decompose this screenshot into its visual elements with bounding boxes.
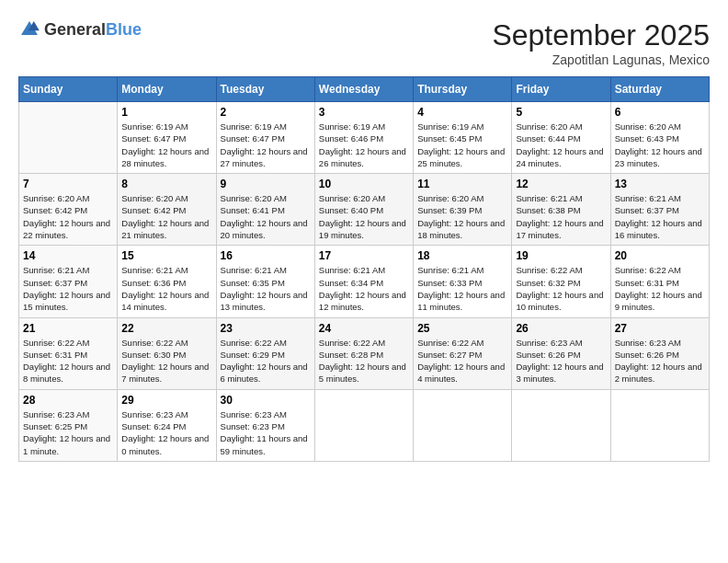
calendar-cell: 13Sunrise: 6:21 AM Sunset: 6:37 PM Dayli…: [610, 174, 709, 246]
calendar-cell: 16Sunrise: 6:21 AM Sunset: 6:35 PM Dayli…: [216, 246, 314, 317]
day-info: Sunrise: 6:21 AM Sunset: 6:38 PM Dayligh…: [516, 192, 606, 241]
day-number: 26: [516, 322, 606, 335]
page-header: GeneralBlue September 2025 Zapotitlan La…: [18, 18, 710, 67]
calendar-cell: 10Sunrise: 6:20 AM Sunset: 6:40 PM Dayli…: [314, 174, 413, 246]
day-number: 27: [615, 322, 705, 335]
day-number: 21: [23, 322, 113, 335]
day-number: 4: [417, 106, 507, 119]
day-number: 25: [417, 322, 507, 335]
day-info: Sunrise: 6:19 AM Sunset: 6:46 PM Dayligh…: [319, 121, 409, 169]
day-number: 5: [516, 106, 606, 119]
col-header-friday: Friday: [512, 77, 610, 102]
day-info: Sunrise: 6:22 AM Sunset: 6:28 PM Dayligh…: [319, 337, 409, 385]
col-header-wednesday: Wednesday: [314, 77, 413, 102]
calendar-cell: 23Sunrise: 6:22 AM Sunset: 6:29 PM Dayli…: [216, 317, 314, 389]
calendar-cell: [414, 389, 512, 461]
day-number: 9: [221, 178, 311, 190]
day-info: Sunrise: 6:23 AM Sunset: 6:26 PM Dayligh…: [516, 337, 606, 385]
calendar-cell: 14Sunrise: 6:21 AM Sunset: 6:37 PM Dayli…: [19, 246, 118, 317]
day-number: 10: [319, 178, 409, 190]
calendar-cell: 22Sunrise: 6:22 AM Sunset: 6:30 PM Dayli…: [118, 317, 216, 389]
day-info: Sunrise: 6:20 AM Sunset: 6:41 PM Dayligh…: [221, 192, 311, 241]
day-number: 18: [417, 249, 507, 262]
day-number: 3: [319, 106, 409, 119]
day-number: 12: [516, 178, 606, 190]
logo-icon: [18, 18, 40, 40]
calendar-cell: 18Sunrise: 6:21 AM Sunset: 6:33 PM Dayli…: [414, 246, 512, 317]
calendar-cell: 8Sunrise: 6:20 AM Sunset: 6:42 PM Daylig…: [118, 174, 216, 246]
calendar-cell: 24Sunrise: 6:22 AM Sunset: 6:28 PM Dayli…: [314, 317, 413, 389]
day-info: Sunrise: 6:19 AM Sunset: 6:47 PM Dayligh…: [221, 121, 311, 169]
day-info: Sunrise: 6:22 AM Sunset: 6:32 PM Dayligh…: [516, 264, 606, 313]
logo: GeneralBlue: [18, 18, 142, 40]
calendar-cell: 26Sunrise: 6:23 AM Sunset: 6:26 PM Dayli…: [512, 317, 610, 389]
day-number: 1: [121, 106, 211, 119]
day-number: 2: [221, 106, 311, 119]
calendar-cell: 6Sunrise: 6:20 AM Sunset: 6:43 PM Daylig…: [610, 102, 709, 174]
day-number: 30: [221, 394, 311, 407]
day-number: 11: [417, 178, 507, 190]
day-number: 20: [615, 249, 705, 262]
month-title: September 2025: [492, 18, 710, 52]
calendar-cell: 30Sunrise: 6:23 AM Sunset: 6:23 PM Dayli…: [216, 389, 314, 461]
col-header-saturday: Saturday: [610, 77, 709, 102]
day-info: Sunrise: 6:20 AM Sunset: 6:44 PM Dayligh…: [516, 121, 606, 169]
day-info: Sunrise: 6:22 AM Sunset: 6:31 PM Dayligh…: [615, 264, 705, 313]
day-number: 6: [615, 106, 705, 119]
day-number: 19: [516, 249, 606, 262]
day-number: 22: [121, 322, 211, 335]
calendar-cell: [610, 389, 709, 461]
day-info: Sunrise: 6:23 AM Sunset: 6:25 PM Dayligh…: [23, 408, 113, 457]
day-info: Sunrise: 6:21 AM Sunset: 6:34 PM Dayligh…: [319, 264, 409, 313]
day-info: Sunrise: 6:20 AM Sunset: 6:40 PM Dayligh…: [319, 192, 409, 241]
calendar-cell: 21Sunrise: 6:22 AM Sunset: 6:31 PM Dayli…: [19, 317, 118, 389]
day-info: Sunrise: 6:23 AM Sunset: 6:23 PM Dayligh…: [221, 408, 311, 457]
logo-text-general: General: [44, 20, 106, 39]
calendar-cell: 7Sunrise: 6:20 AM Sunset: 6:42 PM Daylig…: [19, 174, 118, 246]
day-info: Sunrise: 6:20 AM Sunset: 6:42 PM Dayligh…: [23, 192, 113, 241]
day-info: Sunrise: 6:21 AM Sunset: 6:37 PM Dayligh…: [615, 192, 705, 241]
calendar-cell: 17Sunrise: 6:21 AM Sunset: 6:34 PM Dayli…: [314, 246, 413, 317]
calendar-cell: 1Sunrise: 6:19 AM Sunset: 6:47 PM Daylig…: [118, 102, 216, 174]
col-header-monday: Monday: [118, 77, 216, 102]
col-header-tuesday: Tuesday: [216, 77, 314, 102]
day-number: 14: [23, 249, 113, 262]
calendar-cell: 9Sunrise: 6:20 AM Sunset: 6:41 PM Daylig…: [216, 174, 314, 246]
day-info: Sunrise: 6:20 AM Sunset: 6:42 PM Dayligh…: [121, 192, 211, 241]
day-number: 23: [221, 322, 311, 335]
day-info: Sunrise: 6:21 AM Sunset: 6:35 PM Dayligh…: [221, 264, 311, 313]
day-info: Sunrise: 6:23 AM Sunset: 6:26 PM Dayligh…: [615, 337, 705, 385]
calendar-cell: 25Sunrise: 6:22 AM Sunset: 6:27 PM Dayli…: [414, 317, 512, 389]
calendar-cell: 2Sunrise: 6:19 AM Sunset: 6:47 PM Daylig…: [216, 102, 314, 174]
col-header-thursday: Thursday: [414, 77, 512, 102]
day-number: 29: [121, 394, 211, 407]
day-number: 7: [23, 178, 113, 190]
calendar-cell: 28Sunrise: 6:23 AM Sunset: 6:25 PM Dayli…: [19, 389, 118, 461]
calendar-cell: 12Sunrise: 6:21 AM Sunset: 6:38 PM Dayli…: [512, 174, 610, 246]
location-title: Zapotitlan Lagunas, Mexico: [492, 52, 710, 67]
logo-text-blue: Blue: [106, 20, 142, 39]
title-block: September 2025 Zapotitlan Lagunas, Mexic…: [492, 18, 710, 67]
calendar-cell: 15Sunrise: 6:21 AM Sunset: 6:36 PM Dayli…: [118, 246, 216, 317]
day-number: 15: [121, 249, 211, 262]
day-number: 13: [615, 178, 705, 190]
day-info: Sunrise: 6:20 AM Sunset: 6:39 PM Dayligh…: [417, 192, 507, 241]
day-info: Sunrise: 6:21 AM Sunset: 6:33 PM Dayligh…: [417, 264, 507, 313]
calendar-table: SundayMondayTuesdayWednesdayThursdayFrid…: [18, 76, 710, 462]
day-number: 16: [221, 249, 311, 262]
day-info: Sunrise: 6:22 AM Sunset: 6:29 PM Dayligh…: [221, 337, 311, 385]
calendar-cell: [19, 102, 118, 174]
day-number: 8: [121, 178, 211, 190]
col-header-sunday: Sunday: [19, 77, 118, 102]
calendar-cell: [314, 389, 413, 461]
calendar-cell: 20Sunrise: 6:22 AM Sunset: 6:31 PM Dayli…: [610, 246, 709, 317]
day-number: 17: [319, 249, 409, 262]
calendar-cell: [512, 389, 610, 461]
calendar-cell: 19Sunrise: 6:22 AM Sunset: 6:32 PM Dayli…: [512, 246, 610, 317]
day-info: Sunrise: 6:21 AM Sunset: 6:36 PM Dayligh…: [121, 264, 211, 313]
calendar-cell: 11Sunrise: 6:20 AM Sunset: 6:39 PM Dayli…: [414, 174, 512, 246]
calendar-cell: 5Sunrise: 6:20 AM Sunset: 6:44 PM Daylig…: [512, 102, 610, 174]
day-info: Sunrise: 6:19 AM Sunset: 6:47 PM Dayligh…: [121, 121, 211, 169]
day-number: 28: [23, 394, 113, 407]
day-info: Sunrise: 6:22 AM Sunset: 6:31 PM Dayligh…: [23, 337, 113, 385]
